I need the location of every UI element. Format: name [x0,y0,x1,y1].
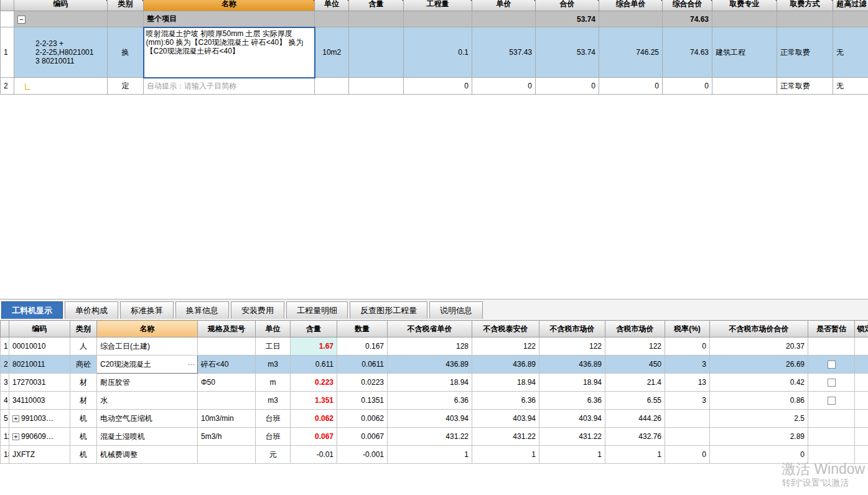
cell-lock[interactable] [855,428,868,446]
cell-quantity[interactable]: 0.1 [404,27,472,78]
cell-spec[interactable]: 10m3/min [198,410,256,428]
cell-price-taian[interactable]: 18.94 [472,374,539,392]
cell-content[interactable] [349,78,404,95]
cell-spec[interactable] [198,337,256,356]
cell-code[interactable]: 80210011 [9,356,70,374]
col-unit-price[interactable]: 单价 [472,0,536,11]
col-comp-unit-price[interactable]: 综合单价 [599,0,663,11]
cell-content[interactable] [349,11,404,27]
tab-installation-fee[interactable]: 安装费用 [231,301,284,319]
cell-unit-price[interactable]: 537.43 [472,27,536,78]
tab-conversion-info[interactable]: 换算信息 [175,301,229,319]
cell-category[interactable]: 机 [70,446,97,464]
cell-provisional[interactable] [808,337,855,356]
cell-content[interactable] [349,27,404,78]
cell-unit[interactable]: 10m2 [315,27,349,78]
material-row-selected[interactable]: 2 80210011 商砼 C20现浇混凝土⋯ 碎石<40 m3 0.611 0… [1,356,868,374]
cell-market-total[interactable]: 0.42 [710,374,808,392]
cell-provisional[interactable] [808,392,855,410]
cell-quantity[interactable]: 0.0062 [337,410,388,428]
col-category[interactable]: 类别 [70,321,97,337]
cell-code[interactable]: JXFTZ [9,446,70,464]
material-row[interactable]: 4 34110003 材 水 m3 1.351 0.1351 6.36 6.36… [1,392,868,410]
cell-comp-unit-price[interactable] [599,11,663,27]
tab-graphic-quantity[interactable]: 反查图形工程量 [350,301,427,319]
cell-spec[interactable]: 5m3/h [198,428,256,446]
cell-content[interactable]: 1.351 [291,392,337,410]
cell-quantity[interactable] [404,11,472,27]
project-label[interactable]: 整个项目 [144,11,315,27]
cell-price-taian[interactable]: 436.89 [472,356,539,374]
cell-fee-specialty[interactable]: 建筑工程 [712,27,777,78]
cell-name[interactable]: 电动空气压缩机 [97,410,198,428]
cell-tax-rate[interactable]: 3 [665,392,710,410]
cell-category[interactable]: 人 [70,337,97,356]
provisional-checkbox[interactable] [828,361,836,369]
cell-price-prov[interactable]: 6.36 [388,392,472,410]
cell-unit[interactable]: m3 [256,392,291,410]
col-price-taxed[interactable]: 含税市场价 [605,321,665,337]
cell-quantity[interactable]: 0 [404,78,472,95]
cell-price-market[interactable]: 431.22 [539,428,605,446]
cell-market-total[interactable]: 26.69 [710,356,808,374]
cell-super-high[interactable]: 无 [833,27,868,78]
cell-fee-mode[interactable] [777,11,833,27]
cell-name[interactable]: 机械费调整 [97,446,198,464]
cell-name[interactable]: 耐压胶管 [97,374,198,392]
cell-spec[interactable] [198,446,256,464]
material-row[interactable]: 5 +991003… 机 电动空气压缩机 10m3/min 台班 0.062 0… [1,410,868,428]
col-code[interactable]: 编码 [14,0,108,11]
cell-provisional[interactable] [808,428,855,446]
col-lock[interactable]: 锁定 [855,321,868,337]
cell-price-market[interactable]: 1 [539,446,605,464]
col-price-prov[interactable]: 不含税省单价 [388,321,472,337]
tab-unit-price-composition[interactable]: 单价构成 [65,301,118,319]
cell-provisional[interactable] [808,374,855,392]
col-content[interactable]: 含量 [349,0,404,11]
cell-super-high[interactable]: 无 [833,78,868,95]
col-market-total[interactable]: 不含税市场价合价 [710,321,808,337]
cell-content[interactable]: 1.67 [291,337,337,356]
cell-quantity[interactable]: 0.0611 [337,356,388,374]
col-super-high[interactable]: 超高过滤 [833,0,868,11]
cell-quantity[interactable]: 0.1351 [337,392,388,410]
col-price-taian[interactable]: 不含税泰安价 [472,321,539,337]
cell-category[interactable]: 商砼 [70,356,97,374]
cell-comp-unit-price[interactable]: 0 [599,78,663,95]
col-unit[interactable]: 单位 [256,321,291,337]
col-fee-mode[interactable]: 取费方式 [777,0,833,11]
cell-comp-unit-price[interactable]: 746.25 [599,27,663,78]
material-row[interactable]: 18 JXFTZ 机 机械费调整 元 -0.01 -0.001 1 1 1 1 … [1,446,868,464]
cell-category[interactable]: 材 [70,392,97,410]
col-category[interactable]: 类别 [108,0,144,11]
cell-content[interactable]: 0.611 [291,356,337,374]
cell-unit[interactable]: 元 [256,446,291,464]
cell-price-taian[interactable]: 431.22 [472,428,539,446]
cell-price-taian[interactable]: 403.94 [472,410,539,428]
cell-total[interactable]: 0 [536,78,599,95]
cell-category[interactable]: 机 [70,428,97,446]
cell-price-prov[interactable]: 1 [388,446,472,464]
cell-code[interactable]: 2-2-23 + 2-2-25,H8021001 3 80210011 [14,27,108,78]
col-quantity[interactable]: 工程量 [404,0,472,11]
cell-total[interactable]: 53.74 [536,11,599,27]
tab-quantity-detail[interactable]: 工程量明细 [286,301,348,319]
col-name[interactable]: 名称 [144,0,315,11]
cell-name[interactable]: 水 [97,392,198,410]
cell-code[interactable]: 34110003 [9,392,70,410]
col-tax-rate[interactable]: 税率(%) [665,321,710,337]
cell-code[interactable] [14,78,108,95]
cell-market-total[interactable]: 2.5 [710,410,808,428]
cell-lock[interactable] [855,392,868,410]
material-row[interactable]: 11 +990609… 机 混凝土湿喷机 5m3/h 台班 0.067 0.00… [1,428,868,446]
cell-price-prov[interactable]: 431.22 [388,428,472,446]
cell-content[interactable]: 0.067 [291,428,337,446]
cell-spec[interactable]: 碎石<40 [198,356,256,374]
cell-price-prov[interactable]: 18.94 [388,374,472,392]
cell-market-total[interactable]: 2.89 [710,428,808,446]
cell-price-prov[interactable]: 128 [388,337,472,356]
col-total[interactable]: 合价 [536,0,599,11]
provisional-checkbox[interactable] [828,379,836,387]
cell-unit[interactable] [315,11,349,27]
cell-category[interactable]: 换 [108,27,144,78]
